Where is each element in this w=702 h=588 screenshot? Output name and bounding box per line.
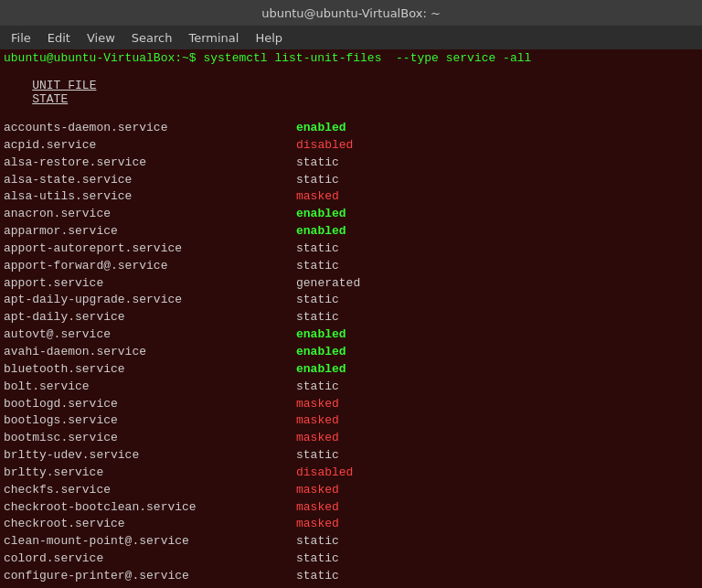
table-row: bootlogs.servicemasked bbox=[4, 412, 698, 430]
table-row: bootlogd.servicemasked bbox=[4, 396, 698, 413]
menu-view[interactable]: View bbox=[80, 29, 122, 47]
table-row: checkfs.servicemasked bbox=[4, 482, 698, 499]
table-row: alsa-state.servicestatic bbox=[4, 172, 698, 189]
service-list: accounts-daemon.serviceenabledacpid.serv… bbox=[4, 120, 698, 588]
state-cell: enabled bbox=[296, 206, 346, 223]
unit-cell: checkroot.service bbox=[4, 516, 296, 533]
unit-cell: acpid.service bbox=[4, 137, 296, 155]
menu-bar: File Edit View Search Terminal Help bbox=[0, 26, 702, 49]
unit-cell: bluetooth.service bbox=[4, 361, 296, 379]
prompt-line: ubuntu@ubuntu-VirtualBox:~$ systemctl li… bbox=[4, 51, 698, 65]
menu-file[interactable]: File bbox=[4, 29, 38, 47]
unit-cell: apport-forward@.service bbox=[4, 258, 296, 275]
table-row: checkroot.servicemasked bbox=[4, 516, 698, 533]
table-row: alsa-restore.servicestatic bbox=[4, 155, 698, 172]
state-cell: static bbox=[296, 447, 339, 465]
table-row: apparmor.serviceenabled bbox=[4, 223, 698, 241]
table-row: acpid.servicedisabled bbox=[4, 137, 698, 155]
unit-cell: bolt.service bbox=[4, 379, 296, 396]
table-row: apt-daily.servicestatic bbox=[4, 309, 698, 326]
unit-cell: alsa-state.service bbox=[4, 172, 296, 189]
state-cell: static bbox=[296, 568, 339, 585]
table-row: brltty.servicedisabled bbox=[4, 465, 698, 482]
table-row: apport-autoreport.servicestatic bbox=[4, 241, 698, 258]
state-cell: masked bbox=[296, 396, 339, 413]
table-row: avahi-daemon.serviceenabled bbox=[4, 344, 698, 361]
state-cell: masked bbox=[296, 188, 339, 206]
state-cell: static bbox=[296, 172, 339, 189]
state-cell: static bbox=[296, 258, 339, 275]
header-unit: UNIT FILE bbox=[32, 79, 324, 92]
unit-cell: clean-mount-point@.service bbox=[4, 533, 296, 551]
state-cell: masked bbox=[296, 412, 339, 430]
state-cell: masked bbox=[296, 516, 339, 533]
unit-cell: colord.service bbox=[4, 551, 296, 568]
state-cell: static bbox=[296, 292, 339, 309]
table-row: anacron.serviceenabled bbox=[4, 206, 698, 223]
table-row: autovt@.serviceenabled bbox=[4, 326, 698, 344]
unit-cell: accounts-daemon.service bbox=[4, 120, 296, 137]
table-row: alsa-utils.servicemasked bbox=[4, 188, 698, 206]
unit-cell: apport.service bbox=[4, 275, 296, 293]
state-cell: generated bbox=[296, 275, 360, 293]
state-cell: static bbox=[296, 155, 339, 172]
state-cell: static bbox=[296, 241, 339, 258]
unit-cell: configure-printer@.service bbox=[4, 568, 296, 585]
menu-edit[interactable]: Edit bbox=[40, 29, 78, 47]
title-bar: ubuntu@ubuntu-VirtualBox: ~ bbox=[0, 0, 702, 26]
table-row: accounts-daemon.serviceenabled bbox=[4, 120, 698, 137]
table-row: bolt.servicestatic bbox=[4, 379, 698, 396]
menu-search[interactable]: Search bbox=[124, 29, 180, 47]
table-row: checkroot-bootclean.servicemasked bbox=[4, 499, 698, 517]
state-cell: masked bbox=[296, 430, 339, 447]
unit-cell: bootlogs.service bbox=[4, 412, 296, 430]
unit-cell: apt-daily-upgrade.service bbox=[4, 292, 296, 309]
table-row: apt-daily-upgrade.servicestatic bbox=[4, 292, 698, 309]
state-cell: static bbox=[296, 379, 339, 396]
unit-cell: apt-daily.service bbox=[4, 309, 296, 326]
table-row: configure-printer@.servicestatic bbox=[4, 568, 698, 585]
unit-cell: checkroot-bootclean.service bbox=[4, 499, 296, 517]
state-cell: masked bbox=[296, 482, 339, 499]
unit-cell: brltty.service bbox=[4, 465, 296, 482]
state-cell: disabled bbox=[296, 465, 353, 482]
unit-cell: bootlogd.service bbox=[4, 396, 296, 413]
state-cell: enabled bbox=[296, 223, 346, 241]
menu-help[interactable]: Help bbox=[248, 29, 290, 47]
state-cell: static bbox=[296, 309, 339, 326]
table-row: colord.servicestatic bbox=[4, 551, 698, 568]
state-cell: masked bbox=[296, 499, 339, 517]
unit-cell: alsa-restore.service bbox=[4, 155, 296, 172]
unit-cell: brltty-udev.service bbox=[4, 447, 296, 465]
state-cell: static bbox=[296, 551, 339, 568]
terminal-content: ubuntu@ubuntu-VirtualBox:~$ systemctl li… bbox=[0, 49, 702, 588]
unit-cell: checkfs.service bbox=[4, 482, 296, 499]
table-row: apport-forward@.servicestatic bbox=[4, 258, 698, 275]
menu-terminal[interactable]: Terminal bbox=[181, 29, 246, 47]
title-text: ubuntu@ubuntu-VirtualBox: ~ bbox=[261, 6, 441, 20]
table-row: clean-mount-point@.servicestatic bbox=[4, 533, 698, 551]
unit-cell: avahi-daemon.service bbox=[4, 344, 296, 361]
header-line: UNIT FILE STATE bbox=[4, 65, 698, 120]
header-state: STATE bbox=[32, 92, 68, 106]
state-cell: enabled bbox=[296, 120, 346, 137]
unit-cell: apparmor.service bbox=[4, 223, 296, 241]
table-row: bootmisc.servicemasked bbox=[4, 430, 698, 447]
unit-cell: apport-autoreport.service bbox=[4, 241, 296, 258]
state-cell: enabled bbox=[296, 326, 346, 344]
state-cell: enabled bbox=[296, 361, 346, 379]
unit-cell: anacron.service bbox=[4, 206, 296, 223]
table-row: brltty-udev.servicestatic bbox=[4, 447, 698, 465]
unit-cell: bootmisc.service bbox=[4, 430, 296, 447]
state-cell: enabled bbox=[296, 344, 346, 361]
unit-cell: alsa-utils.service bbox=[4, 188, 296, 206]
state-cell: static bbox=[296, 533, 339, 551]
table-row: bluetooth.serviceenabled bbox=[4, 361, 698, 379]
unit-cell: autovt@.service bbox=[4, 326, 296, 344]
table-row: apport.servicegenerated bbox=[4, 275, 698, 293]
state-cell: disabled bbox=[296, 137, 353, 155]
